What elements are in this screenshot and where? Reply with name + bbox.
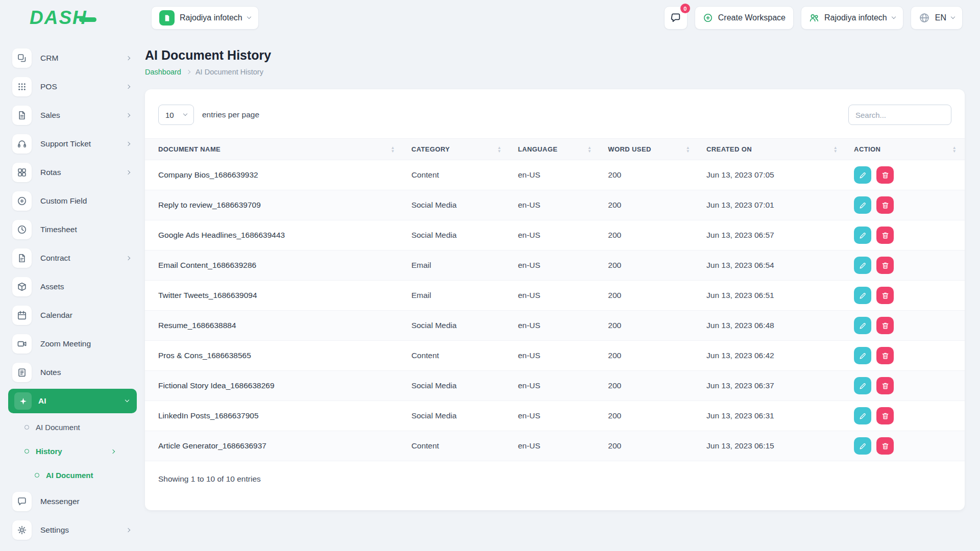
edit-button[interactable] bbox=[854, 407, 871, 424]
sidebar-item-assets[interactable]: Assets bbox=[0, 272, 145, 301]
sidebar-item-rotas[interactable]: Rotas bbox=[0, 158, 145, 187]
edit-button[interactable] bbox=[854, 227, 871, 244]
column-header-category[interactable]: CATEGORY▲▼ bbox=[403, 139, 510, 160]
cell-actions bbox=[846, 190, 965, 220]
trash-icon bbox=[881, 321, 890, 330]
crm-icon bbox=[12, 48, 32, 68]
sidebar-item-pos[interactable]: POS bbox=[0, 72, 145, 101]
messages-button[interactable]: 0 bbox=[664, 6, 688, 30]
cell-created-on: Jun 13, 2023 06:54 bbox=[698, 251, 846, 281]
language-menu[interactable]: EN bbox=[911, 6, 963, 30]
trash-icon bbox=[881, 261, 890, 270]
cell-language: en-US bbox=[510, 431, 600, 461]
cell-document-name: Email Content_1686639286 bbox=[145, 251, 403, 281]
workspace-switcher[interactable]: Rajodiya infotech bbox=[151, 6, 259, 30]
sidebar-subitem-ai-document[interactable]: AI Document bbox=[0, 463, 145, 487]
brand-logo[interactable]: DASH bbox=[0, 7, 145, 29]
sidebar-subitem-history[interactable]: History bbox=[0, 439, 145, 463]
sidebar-item-custom-field[interactable]: Custom Field bbox=[0, 187, 145, 215]
plus-circle-icon bbox=[703, 13, 713, 23]
breadcrumb: Dashboard AI Document History bbox=[145, 68, 965, 76]
table-row: Company Bios_1686639932Contenten-US200Ju… bbox=[145, 160, 965, 190]
create-workspace-button[interactable]: Create Workspace bbox=[695, 6, 794, 30]
rotas-icon bbox=[12, 163, 32, 182]
table-row: Article Generator_1686636937Contenten-US… bbox=[145, 431, 965, 461]
chevron-right-icon bbox=[126, 170, 130, 174]
table-card: 10 entries per page DOCUMENT NAME▲▼CATEG… bbox=[145, 89, 965, 510]
main-content: AI Document History Dashboard AI Documen… bbox=[145, 36, 965, 510]
sidebar-item-settings[interactable]: Settings bbox=[0, 516, 145, 544]
pencil-icon bbox=[859, 442, 867, 450]
sidebar-item-messenger[interactable]: Messenger bbox=[0, 487, 145, 516]
pencil-icon bbox=[859, 321, 867, 330]
sort-icon: ▲▼ bbox=[391, 146, 395, 153]
cell-word-used: 200 bbox=[600, 190, 698, 220]
delete-button[interactable] bbox=[876, 347, 894, 364]
brand-logo-bar bbox=[79, 17, 96, 22]
sidebar-item-notes[interactable]: Notes bbox=[0, 358, 145, 387]
pencil-icon bbox=[859, 352, 867, 360]
delete-button[interactable] bbox=[876, 166, 894, 184]
sidebar-item-support-ticket[interactable]: Support Ticket bbox=[0, 130, 145, 158]
cell-document-name: Twitter Tweets_1686639094 bbox=[145, 281, 403, 311]
table-row: Google Ads Headlines_1686639443Social Me… bbox=[145, 220, 965, 251]
edit-button[interactable] bbox=[854, 196, 871, 214]
chevron-right-icon bbox=[126, 56, 130, 60]
column-header-language[interactable]: LANGUAGE▲▼ bbox=[510, 139, 600, 160]
delete-button[interactable] bbox=[876, 196, 894, 214]
sidebar-item-calendar[interactable]: Calendar bbox=[0, 301, 145, 330]
edit-button[interactable] bbox=[854, 166, 871, 184]
sidebar-item-label: POS bbox=[40, 82, 57, 91]
edit-button[interactable] bbox=[854, 437, 871, 455]
delete-button[interactable] bbox=[876, 287, 894, 304]
breadcrumb-dashboard-link[interactable]: Dashboard bbox=[145, 68, 181, 76]
sidebar-item-sales[interactable]: Sales bbox=[0, 101, 145, 130]
sidebar-item-zoom-meeting[interactable]: Zoom Meeting bbox=[0, 330, 145, 358]
column-header-document-name[interactable]: DOCUMENT NAME▲▼ bbox=[145, 139, 403, 160]
history-table: DOCUMENT NAME▲▼CATEGORY▲▼LANGUAGE▲▼WORD … bbox=[145, 138, 965, 461]
bullet-icon bbox=[35, 473, 39, 478]
delete-button[interactable] bbox=[876, 437, 894, 455]
table-row: Reply to review_1686639709Social Mediaen… bbox=[145, 190, 965, 220]
sidebar-item-label: Messenger bbox=[40, 497, 80, 506]
column-header-created-on[interactable]: CREATED ON▲▼ bbox=[698, 139, 846, 160]
sidebar: CRMPOSSalesSupport TicketRotasCustom Fie… bbox=[0, 36, 145, 551]
sidebar-item-label: CRM bbox=[40, 54, 58, 63]
delete-button[interactable] bbox=[876, 257, 894, 274]
cell-language: en-US bbox=[510, 311, 600, 341]
delete-button[interactable] bbox=[876, 227, 894, 244]
cell-document-name: Company Bios_1686639932 bbox=[145, 160, 403, 190]
sidebar-item-timesheet[interactable]: Timesheet bbox=[0, 215, 145, 244]
cell-word-used: 200 bbox=[600, 341, 698, 371]
language-label: EN bbox=[935, 13, 946, 22]
table-header-row: DOCUMENT NAME▲▼CATEGORY▲▼LANGUAGE▲▼WORD … bbox=[145, 139, 965, 160]
chevron-right-icon bbox=[111, 449, 115, 453]
calendar-icon bbox=[12, 306, 32, 325]
edit-button[interactable] bbox=[854, 317, 871, 334]
sidebar-item-contract[interactable]: Contract bbox=[0, 244, 145, 272]
edit-button[interactable] bbox=[854, 347, 871, 364]
sidebar-subitem-ai-document[interactable]: AI Document bbox=[0, 415, 145, 439]
delete-button[interactable] bbox=[876, 407, 894, 424]
edit-button[interactable] bbox=[854, 377, 871, 394]
edit-button[interactable] bbox=[854, 257, 871, 274]
cell-word-used: 200 bbox=[600, 401, 698, 431]
pencil-icon bbox=[859, 382, 867, 390]
cell-document-name: Pros & Cons_1686638565 bbox=[145, 341, 403, 371]
assets-icon bbox=[12, 277, 32, 296]
column-header-word-used[interactable]: WORD USED▲▼ bbox=[600, 139, 698, 160]
column-header-action[interactable]: ACTION▲▼ bbox=[846, 139, 965, 160]
delete-button[interactable] bbox=[876, 317, 894, 334]
page-size-select[interactable]: 10 bbox=[158, 105, 194, 125]
cell-category: Content bbox=[403, 341, 510, 371]
sidebar-item-ai[interactable]: AI bbox=[8, 389, 137, 413]
delete-button[interactable] bbox=[876, 377, 894, 394]
ai-icon bbox=[14, 392, 32, 410]
account-menu[interactable]: Rajodiya infotech bbox=[801, 6, 903, 30]
edit-button[interactable] bbox=[854, 287, 871, 304]
sidebar-item-crm[interactable]: CRM bbox=[0, 44, 145, 72]
chevron-right-icon bbox=[126, 85, 130, 89]
cell-actions bbox=[846, 281, 965, 311]
cell-language: en-US bbox=[510, 220, 600, 251]
search-input[interactable] bbox=[848, 105, 951, 125]
